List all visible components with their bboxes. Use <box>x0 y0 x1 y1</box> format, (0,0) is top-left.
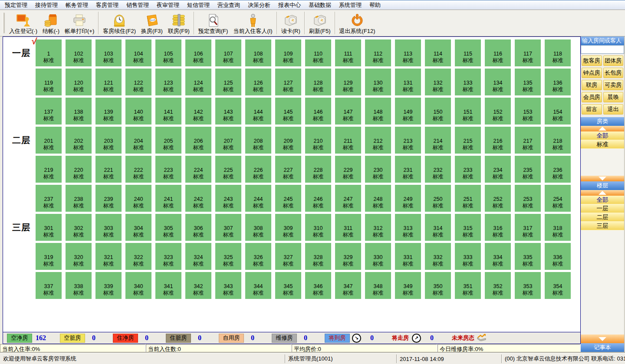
room-tile-309[interactable]: 309标准 <box>275 214 301 241</box>
room-tile-320[interactable]: 320标准 <box>66 243 92 270</box>
room-tile-127[interactable]: 127标准 <box>275 69 301 95</box>
room-tile-242[interactable]: 242标准 <box>185 185 211 212</box>
sidebar-button-walk-in-room[interactable]: 散客房 <box>582 56 602 66</box>
room-tile-330[interactable]: 330标准 <box>365 243 391 270</box>
room-tile-150[interactable]: 150标准 <box>425 98 451 125</box>
room-tile-341[interactable]: 341标准 <box>155 272 181 299</box>
room-tile-336[interactable]: 336标准 <box>545 243 571 270</box>
room-tile-311[interactable]: 311标准 <box>335 214 361 241</box>
sidebar-button-long-stay-room[interactable]: 长包房 <box>603 68 624 78</box>
floor-option-floor-3[interactable]: 三层 <box>581 222 624 230</box>
room-tile-317[interactable]: 317标准 <box>515 214 541 241</box>
room-tile-204[interactable]: 204标准 <box>125 127 151 154</box>
sidebar-button-group-room[interactable]: 团体房 <box>603 56 624 66</box>
room-tile-303[interactable]: 303标准 <box>95 214 122 241</box>
room-tile-248[interactable]: 248标准 <box>365 185 391 212</box>
room-tile-306[interactable]: 306标准 <box>185 214 211 241</box>
room-tile-348[interactable]: 348标准 <box>365 272 391 299</box>
room-tile-329[interactable]: 329标准 <box>335 243 361 270</box>
room-tile-128[interactable]: 128标准 <box>305 69 331 95</box>
sidebar-button-exit[interactable]: 退出 <box>603 104 624 115</box>
room-tile-321[interactable]: 321标准 <box>95 243 122 270</box>
room-tile-319[interactable]: 319标准 <box>36 243 62 270</box>
room-tile-230[interactable]: 230标准 <box>365 156 391 183</box>
room-tile-226[interactable]: 226标准 <box>245 156 271 183</box>
room-tile-334[interactable]: 334标准 <box>485 243 511 270</box>
room-tile-241[interactable]: 241标准 <box>155 185 181 212</box>
room-tile-232[interactable]: 232标准 <box>425 156 451 183</box>
room-tile-201[interactable]: 201标准 <box>36 127 62 154</box>
sidebar-button-joint-room[interactable]: 联房 <box>582 80 602 90</box>
toolbar-checkout-button[interactable]: 结帐(-) <box>40 10 62 36</box>
room-tile-211[interactable]: 211标准 <box>335 127 361 154</box>
room-tile-247[interactable]: 247标准 <box>335 185 361 212</box>
notepad-scroll-down-button[interactable] <box>581 334 624 343</box>
room-or-guest-search-input[interactable] <box>581 45 624 54</box>
room-tile-244[interactable]: 244标准 <box>245 185 271 212</box>
room-tile-310[interactable]: 310标准 <box>305 214 331 241</box>
room-type-option-standard[interactable]: 标准 <box>581 140 624 149</box>
room-tile-237[interactable]: 237标准 <box>36 185 62 212</box>
room-tile-144[interactable]: 144标准 <box>245 98 271 125</box>
toolbar-reservation-query-button[interactable]: 预定查询(F) <box>196 10 231 36</box>
room-tile-245[interactable]: 245标准 <box>275 185 301 212</box>
room-tile-352[interactable]: 352标准 <box>485 272 511 299</box>
menu-item-business-query[interactable]: 营业查询 <box>214 0 244 10</box>
room-tile-209[interactable]: 209标准 <box>275 127 301 154</box>
room-tile-354[interactable]: 354标准 <box>545 272 571 299</box>
room-tile-203[interactable]: 203标准 <box>95 127 122 154</box>
room-tile-312[interactable]: 312标准 <box>365 214 391 241</box>
menu-item-housekeeping[interactable]: 客房管理 <box>92 0 122 10</box>
floor-scroll-up-button[interactable] <box>581 190 624 196</box>
room-tile-229[interactable]: 229标准 <box>335 156 361 183</box>
toolbar-checkin-button[interactable]: 入住登记(·) <box>7 10 40 36</box>
room-tile-343[interactable]: 343标准 <box>215 272 241 299</box>
room-tile-235[interactable]: 235标准 <box>515 156 541 183</box>
room-tile-224[interactable]: 224标准 <box>185 156 211 183</box>
room-tile-221[interactable]: 221标准 <box>95 156 122 183</box>
room-tile-251[interactable]: 251标准 <box>455 185 481 212</box>
room-tile-219[interactable]: 219标准 <box>36 156 62 183</box>
room-tile-124[interactable]: 124标准 <box>185 69 211 95</box>
menu-item-night-audit[interactable]: 夜审管理 <box>153 0 183 10</box>
room-tile-145[interactable]: 145标准 <box>275 98 301 125</box>
room-tile-228[interactable]: 228标准 <box>305 156 331 183</box>
menu-item-reception[interactable]: 接待管理 <box>31 0 62 10</box>
floor-option-all[interactable]: 全部 <box>581 196 624 204</box>
room-tile-253[interactable]: 253标准 <box>515 185 541 212</box>
room-tile-231[interactable]: 231标准 <box>395 156 421 183</box>
menu-item-help[interactable]: 帮助 <box>365 0 385 10</box>
room-tile-202[interactable]: 202标准 <box>66 127 92 154</box>
room-tile-1[interactable]: 1标准 <box>36 39 62 66</box>
room-tile-216[interactable]: 216标准 <box>485 127 511 154</box>
room-tile-333[interactable]: 333标准 <box>455 243 481 270</box>
room-tile-250[interactable]: 250标准 <box>425 185 451 212</box>
room-tile-114[interactable]: 114标准 <box>425 39 451 66</box>
room-tile-337[interactable]: 337标准 <box>36 272 62 299</box>
room-tile-116[interactable]: 116标准 <box>485 39 511 66</box>
room-tile-345[interactable]: 345标准 <box>275 272 301 299</box>
room-tile-139[interactable]: 139标准 <box>95 98 122 125</box>
room-tile-151[interactable]: 151标准 <box>455 98 481 125</box>
room-tile-126[interactable]: 126标准 <box>245 69 271 95</box>
room-tile-233[interactable]: 233标准 <box>455 156 481 183</box>
room-tile-302[interactable]: 302标准 <box>66 214 92 241</box>
room-tile-350[interactable]: 350标准 <box>425 272 451 299</box>
room-tile-238[interactable]: 238标准 <box>66 185 92 212</box>
room-tile-339[interactable]: 339标准 <box>95 272 122 299</box>
room-tile-113[interactable]: 113标准 <box>395 39 421 66</box>
room-tile-328[interactable]: 328标准 <box>305 243 331 270</box>
room-tile-129[interactable]: 129标准 <box>335 69 361 95</box>
room-tile-118[interactable]: 118标准 <box>545 39 571 66</box>
menu-item-sales[interactable]: 销售管理 <box>122 0 153 10</box>
room-tile-148[interactable]: 148标准 <box>365 98 391 125</box>
room-tile-324[interactable]: 324标准 <box>185 243 211 270</box>
room-tile-147[interactable]: 147标准 <box>335 98 361 125</box>
room-tile-214[interactable]: 214标准 <box>425 127 451 154</box>
room-tile-227[interactable]: 227标准 <box>275 156 301 183</box>
room-tile-121[interactable]: 121标准 <box>95 69 122 95</box>
toolbar-print-bill-button[interactable]: 帐单打印(+) <box>62 10 97 36</box>
room-tile-240[interactable]: 240标准 <box>125 185 151 212</box>
room-tile-335[interactable]: 335标准 <box>515 243 541 270</box>
toolbar-refresh-button[interactable]: 刷新(F5) <box>306 10 333 36</box>
